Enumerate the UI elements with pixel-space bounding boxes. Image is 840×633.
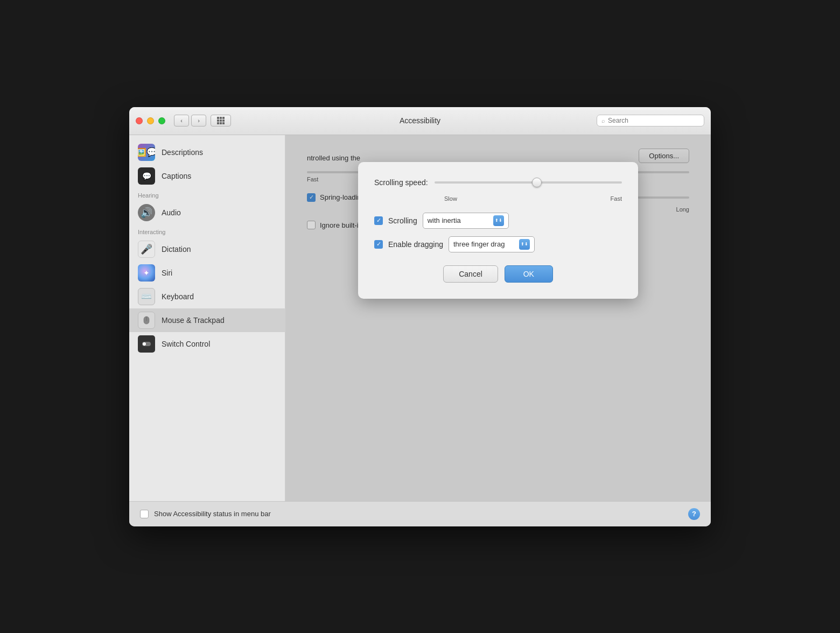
search-icon: ⌕ xyxy=(601,117,605,124)
modal-scrolling-row: ✓ Scrolling with inertia ⬆⬇ xyxy=(374,213,622,229)
sidebar-item-switch-control[interactable]: Switch Control xyxy=(129,332,285,356)
search-box[interactable]: ⌕ xyxy=(597,115,704,126)
sidebar-item-audio[interactable]: 🔊 Audio xyxy=(129,201,285,224)
descriptions-icon: 🖼️ xyxy=(138,144,155,161)
sidebar-label-siri: Siri xyxy=(162,269,172,277)
interacting-section-header: Interacting xyxy=(129,224,285,237)
dragging-checkmark: ✓ xyxy=(376,241,381,247)
traffic-lights xyxy=(136,117,165,124)
ok-button[interactable]: OK xyxy=(505,265,553,283)
modal-speed-thumb[interactable] xyxy=(532,178,542,187)
hearing-section-header: Hearing xyxy=(129,188,285,201)
modal-speed-labels: Slow Fast xyxy=(374,195,622,202)
close-button[interactable] xyxy=(136,117,143,124)
mouse-trackpad-icon xyxy=(138,312,155,329)
sidebar-label-keyboard: Keyboard xyxy=(162,292,194,301)
siri-icon: ✦ xyxy=(138,264,155,282)
nav-buttons: ‹ › xyxy=(174,115,206,126)
switch-icon-svg xyxy=(141,338,152,350)
mouse-trackpad-svg xyxy=(141,314,152,326)
sidebar: 🖼️ Descriptions 💬 Captions Hearing 🔊 Aud… xyxy=(129,135,285,501)
scrolling-value: with inertia xyxy=(428,216,461,224)
keyboard-icon: ⌨️ xyxy=(138,288,155,305)
sidebar-label-audio: Audio xyxy=(162,208,181,217)
sidebar-label-descriptions: Descriptions xyxy=(162,148,203,157)
titlebar: ‹ › Accessibility ⌕ xyxy=(129,107,711,135)
modal-dragging-row: ✓ Enable dragging three finger drag ⬆⬇ xyxy=(374,236,622,252)
back-icon: ‹ xyxy=(180,117,183,124)
dragging-value: three finger drag xyxy=(453,240,505,248)
forward-button[interactable]: › xyxy=(191,115,206,126)
dragging-checkbox[interactable]: ✓ xyxy=(374,240,383,249)
sidebar-label-mouse-trackpad: Mouse & Trackpad xyxy=(162,316,225,325)
scrolling-speed-label: Scrolling speed: xyxy=(374,178,428,187)
sidebar-item-siri[interactable]: ✦ Siri xyxy=(129,261,285,285)
search-input[interactable] xyxy=(608,117,699,124)
right-panel: ntrolled using the Options... Fast ✓ xyxy=(285,135,711,501)
grid-icon xyxy=(217,117,225,124)
show-accessibility-label: Show Accessibility status in menu bar xyxy=(154,510,271,518)
sidebar-label-dictation: Dictation xyxy=(162,245,191,254)
dragging-label: Enable dragging xyxy=(388,240,443,249)
cancel-button[interactable]: Cancel xyxy=(443,265,498,283)
help-button[interactable]: ? xyxy=(688,508,700,520)
modal-scrolling-speed-row: Scrolling speed: xyxy=(374,178,622,187)
sidebar-item-descriptions[interactable]: 🖼️ Descriptions xyxy=(129,140,285,164)
sidebar-item-mouse-trackpad[interactable]: Mouse & Trackpad xyxy=(129,308,285,332)
sidebar-label-captions: Captions xyxy=(162,172,191,180)
modal-buttons: Cancel OK xyxy=(374,265,622,283)
captions-icon: 💬 xyxy=(138,167,155,185)
show-accessibility-checkbox[interactable] xyxy=(140,510,149,518)
dragging-dropdown[interactable]: three finger drag ⬆⬇ xyxy=(449,236,535,252)
sidebar-item-dictation[interactable]: 🎤 Dictation xyxy=(129,237,285,261)
modal-fast-label: Fast xyxy=(611,195,622,202)
back-button[interactable]: ‹ xyxy=(174,115,189,126)
audio-icon: 🔊 xyxy=(138,204,155,221)
scrolling-dropdown-arrow: ⬆⬇ xyxy=(493,215,504,226)
sidebar-item-keyboard[interactable]: ⌨️ Keyboard xyxy=(129,285,285,308)
main-window: ‹ › Accessibility ⌕ 🖼️ xyxy=(129,107,711,526)
chevron-up-down-icon-2: ⬆⬇ xyxy=(521,242,528,247)
scrolling-checkmark: ✓ xyxy=(376,217,381,223)
window-title: Accessibility xyxy=(400,116,440,125)
sidebar-item-captions[interactable]: 💬 Captions xyxy=(129,164,285,188)
svg-point-4 xyxy=(143,342,146,346)
help-icon: ? xyxy=(692,510,696,518)
maximize-button[interactable] xyxy=(158,117,165,124)
switch-control-icon xyxy=(138,335,155,353)
modal-speed-track[interactable] xyxy=(435,181,622,184)
forward-icon: › xyxy=(198,117,200,124)
modal-slow-label: Slow xyxy=(444,195,457,202)
grid-button[interactable] xyxy=(211,115,231,126)
main-content: 🖼️ Descriptions 💬 Captions Hearing 🔊 Aud… xyxy=(129,135,711,501)
minimize-button[interactable] xyxy=(147,117,154,124)
chevron-up-down-icon: ⬆⬇ xyxy=(495,218,502,223)
modal-overlay: Scrolling speed: Slow Fast ✓ xyxy=(285,135,711,501)
scrolling-checkbox[interactable]: ✓ xyxy=(374,216,383,225)
scrolling-label: Scrolling xyxy=(388,216,417,225)
dictation-icon: 🎤 xyxy=(138,241,155,258)
dragging-dropdown-arrow: ⬆⬇ xyxy=(519,239,530,250)
sidebar-label-switch-control: Switch Control xyxy=(162,340,210,348)
scrolling-dropdown[interactable]: with inertia ⬆⬇ xyxy=(423,213,509,229)
trackpad-options-modal: Scrolling speed: Slow Fast ✓ xyxy=(358,162,638,299)
footer: Show Accessibility status in menu bar ? xyxy=(129,501,711,526)
